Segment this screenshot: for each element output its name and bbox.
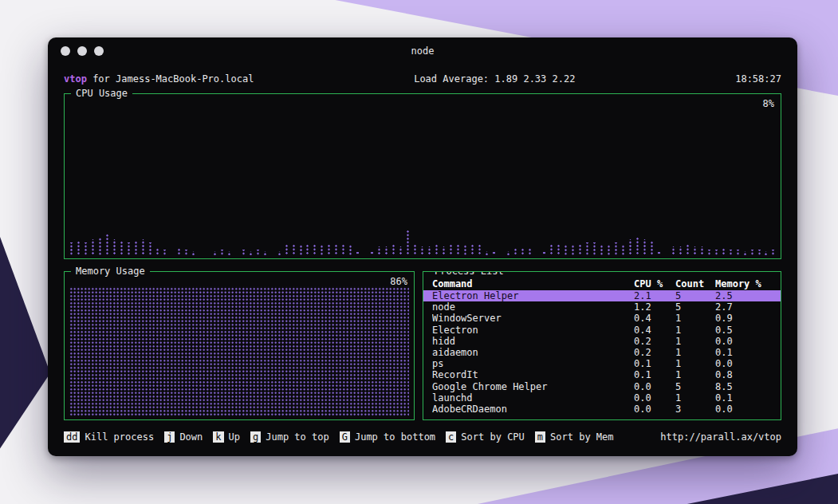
cpu-chart-column	[112, 239, 116, 255]
cpu-chart-column	[356, 252, 360, 255]
cpu-chart-column	[177, 248, 181, 255]
cpu-chart-column	[413, 245, 417, 255]
traffic-light-minimize[interactable]	[77, 46, 87, 56]
cpu-chart-column	[470, 245, 474, 255]
shortcut-dd: ddKill process	[64, 431, 154, 443]
process-row[interactable]: Electron0.410.5	[423, 325, 781, 336]
cpu-chart-column	[442, 246, 446, 255]
process-row[interactable]: AdobeCRDaemon0.030.0	[423, 404, 781, 415]
cpu-chart-column	[513, 248, 517, 255]
cpu-chart-column	[220, 250, 224, 255]
cpu-chart	[69, 112, 776, 255]
cpu-chart-column	[671, 246, 675, 255]
cpu-chart-column	[184, 250, 188, 255]
cpu-chart-column	[542, 252, 546, 255]
cpu-chart-column	[700, 246, 704, 255]
cpu-chart-column	[341, 245, 345, 255]
shortcut-label: Jump to bottom	[355, 431, 435, 443]
cpu-chart-column	[84, 242, 88, 255]
cpu-chart-column	[478, 245, 482, 255]
cpu-chart-column	[127, 242, 131, 255]
cpu-chart-column	[764, 251, 768, 255]
cpu-usage-value: 8%	[763, 98, 774, 109]
app-name: vtop	[64, 73, 87, 85]
cpu-chart-column	[242, 250, 246, 255]
cpu-chart-column	[91, 239, 95, 255]
cpu-chart-column	[327, 245, 331, 255]
cpu-chart-column	[227, 251, 231, 255]
shortcut-k: kUp	[213, 431, 240, 443]
process-row[interactable]: aidaemon0.210.1	[423, 347, 781, 358]
traffic-light-close[interactable]	[61, 46, 70, 56]
cpu-chart-column	[427, 246, 431, 255]
cpu-chart-column	[399, 246, 403, 255]
cpu-chart-column	[628, 239, 632, 255]
cpu-chart-column	[757, 250, 761, 255]
shortcut-key: dd	[64, 431, 80, 443]
cpu-chart-column	[370, 252, 374, 255]
cpu-chart-column	[557, 245, 561, 255]
process-row[interactable]: RecordIt0.110.8	[423, 369, 781, 380]
process-row[interactable]: WindowServer0.410.9	[423, 313, 781, 324]
traffic-lights	[61, 37, 104, 65]
shortcut-g: gJump to top	[250, 431, 329, 443]
cpu-chart-column	[285, 245, 289, 255]
process-list-header: Command CPU % Count Memory %	[423, 278, 781, 290]
terminal-content: vtop for Jamess-MacBook-Pro.local Load A…	[48, 73, 797, 443]
process-row[interactable]: ps0.110.0	[423, 358, 781, 369]
cpu-chart-column	[492, 252, 496, 255]
cpu-chart-column	[729, 250, 733, 255]
cpu-chart-column	[456, 245, 460, 255]
cpu-chart-column	[657, 252, 661, 255]
cpu-chart-column	[391, 245, 395, 255]
shortcut-key: c	[446, 431, 456, 443]
cpu-chart-column	[650, 241, 654, 255]
cpu-chart-column	[384, 246, 388, 255]
cpu-chart-column	[148, 242, 152, 255]
cpu-chart-column	[722, 248, 726, 255]
cpu-chart-column	[377, 246, 381, 255]
cpu-chart-column	[528, 248, 532, 255]
cpu-chart-column	[77, 241, 81, 255]
cpu-chart-column	[771, 250, 775, 255]
memory-usage-title: Memory Usage	[71, 266, 150, 277]
cpu-chart-column	[736, 250, 740, 255]
shortcut-key: j	[164, 431, 175, 443]
cpu-chart-column	[155, 248, 159, 255]
cpu-chart-column	[578, 245, 582, 255]
cpu-chart-column	[163, 250, 167, 255]
shortcut-j: jDown	[164, 431, 203, 443]
cpu-chart-column	[213, 251, 217, 255]
cpu-chart-column	[292, 245, 296, 255]
process-row[interactable]: hidd0.210.0	[423, 336, 781, 347]
host-label: vtop for Jamess-MacBook-Pro.local	[64, 73, 254, 85]
shortcut-G: GJump to bottom	[340, 431, 435, 443]
col-command: Command	[432, 278, 634, 290]
cpu-chart-column	[521, 248, 525, 255]
cpu-chart-column	[105, 234, 109, 255]
cpu-chart-column	[277, 251, 281, 255]
cpu-chart-column	[320, 244, 324, 255]
col-cpu: CPU %	[634, 278, 675, 290]
traffic-light-zoom[interactable]	[94, 46, 104, 56]
shortcut-c: cSort by CPU	[446, 431, 525, 443]
cpu-chart-column	[585, 242, 589, 255]
cpu-chart-column	[348, 244, 352, 255]
process-row[interactable]: Google Chrome Helper0.058.5	[423, 381, 781, 392]
cpu-chart-column	[635, 238, 639, 255]
cpu-chart-column	[679, 246, 683, 255]
process-list-title: Process List	[430, 271, 509, 277]
process-list-panel: Process List Command CPU % Count Memory …	[423, 271, 781, 420]
process-row[interactable]: launchd0.010.1	[423, 392, 781, 404]
shortcut-label: Sort by CPU	[461, 431, 524, 443]
cpu-chart-column	[420, 246, 424, 255]
process-row[interactable]: node1.252.7	[423, 301, 781, 313]
cpu-chart-column	[614, 242, 618, 255]
shortcut-m: mSort by Mem	[535, 431, 614, 443]
terminal-window: node vtop for Jamess-MacBook-Pro.local L…	[48, 37, 797, 456]
footer-shortcuts-bar: ddKill processjDownkUpgJump to topGJump …	[64, 430, 781, 443]
process-row-selected[interactable]: Electron Helper2.152.5	[423, 290, 781, 301]
col-memory: Memory %	[715, 278, 776, 290]
clock: 18:58:27	[735, 73, 781, 85]
cpu-chart-column	[334, 245, 338, 255]
